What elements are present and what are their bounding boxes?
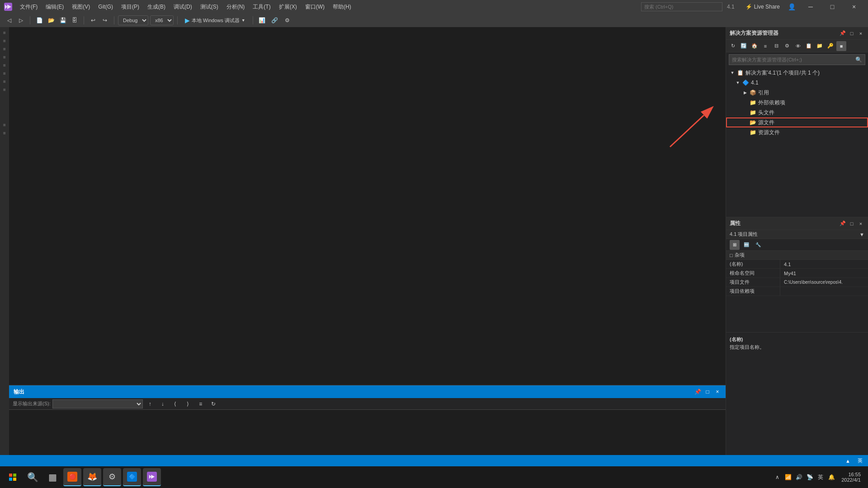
home-button[interactable]: 🏠 [750, 41, 760, 51]
save-button[interactable]: 💾 [57, 15, 68, 26]
sidebar-icon-8[interactable]: ≡ [1, 86, 8, 93]
prop-pin-button[interactable]: 📌 [839, 220, 846, 227]
tray-volume-icon[interactable]: 🔊 [794, 473, 803, 482]
sidebar-icon-2[interactable]: ≡ [1, 37, 8, 44]
search-input[interactable] [641, 2, 722, 11]
platform-select[interactable]: x86 [150, 15, 174, 25]
save-all-button[interactable]: 🗄 [69, 15, 80, 26]
menu-file[interactable]: 文件(F) [16, 2, 41, 12]
properties-button[interactable]: ⚙ [782, 41, 792, 51]
task-view-icon[interactable]: ▦ [43, 468, 61, 486]
settings-icon[interactable]: ⚙ [282, 15, 293, 26]
attach-button[interactable]: 🔗 [269, 15, 280, 26]
sidebar-icon-3[interactable]: ≡ [1, 45, 8, 52]
sidebar-icon-4[interactable]: ≡ [1, 53, 8, 61]
maximize-button[interactable]: □ [822, 0, 843, 14]
prop-row-deps: 项目依赖项 [726, 287, 868, 296]
tray-up-arrow[interactable]: ∧ [773, 473, 782, 482]
sidebar-icon-1[interactable]: ≡ [1, 29, 8, 36]
solution-search-bar[interactable]: 🔍 [729, 54, 865, 65]
menu-analyze[interactable]: 分析(N) [223, 2, 249, 12]
status-lang-label[interactable]: 英 [856, 457, 864, 464]
tray-lang-icon[interactable]: 英 [816, 473, 825, 482]
toolbar-settings-icon[interactable]: 🔑 [826, 41, 835, 51]
pin-button[interactable]: 📌 [839, 30, 846, 37]
run-button[interactable]: ▶ 本地 Windows 调试器 ▼ [181, 15, 249, 25]
sidebar-icon-6[interactable]: ≡ [1, 70, 8, 77]
project-item[interactable]: ▼ 🔷 4.1 [726, 78, 868, 88]
sidebar-icon-5[interactable]: ≡ [1, 61, 8, 69]
prop-close-button[interactable]: × [857, 220, 864, 227]
taskbar-app-2[interactable]: 🦊 [83, 468, 101, 486]
new-project-button[interactable]: 📄 [34, 15, 45, 26]
performance-profiler-button[interactable]: 📊 [257, 15, 268, 26]
open-folder-button[interactable]: 📁 [815, 41, 825, 51]
output-maximize-button[interactable]: □ [704, 388, 711, 395]
close-button[interactable]: × [844, 0, 864, 14]
output-list-button[interactable]: ≡ [195, 399, 206, 409]
panel-close-button[interactable]: × [857, 30, 864, 37]
status-warning-icon[interactable]: ▲ [844, 458, 852, 464]
back-button[interactable]: ◁ [4, 15, 14, 26]
output-pin-button[interactable]: 📌 [694, 388, 701, 395]
taskbar-app-3[interactable]: ⚙ [103, 468, 121, 486]
refresh-button[interactable]: 🔄 [739, 41, 749, 51]
taskbar-app-1[interactable]: 🔴 [63, 468, 81, 486]
references-item[interactable]: ▶ 📦 引用 [726, 88, 868, 98]
start-button[interactable] [4, 468, 22, 486]
menu-help[interactable]: 帮助(H) [329, 2, 355, 12]
collapse-button[interactable]: ⊟ [771, 41, 781, 51]
sync-button[interactable]: ↻ [728, 41, 738, 51]
redo-button[interactable]: ↪ [99, 15, 110, 26]
open-button[interactable]: 📂 [46, 15, 57, 26]
solution-root-item[interactable]: ▼ 📋 解决方案'4.1'(1 个项目/共 1 个) [726, 68, 868, 78]
menu-build[interactable]: 生成(B) [144, 2, 169, 12]
menu-project[interactable]: 项目(P) [118, 2, 143, 12]
prop-dropdown-icon[interactable]: ▼ [859, 232, 864, 237]
menu-debug[interactable]: 调试(D) [170, 2, 196, 12]
panel-maximize-button[interactable]: □ [848, 30, 855, 37]
source-files-item[interactable]: 📂 源文件 [726, 117, 868, 127]
solution-search-input[interactable] [732, 57, 855, 62]
external-deps-item[interactable]: 📁 外部依赖项 [726, 98, 868, 108]
sidebar-icon-9[interactable]: ≡ [1, 121, 8, 128]
header-files-item[interactable]: 📁 头文件 [726, 108, 868, 117]
output-prev-button[interactable]: ⟨ [170, 399, 181, 409]
show-all-button[interactable]: 📋 [804, 41, 814, 51]
search-taskbar-icon[interactable]: 🔍 [24, 468, 42, 486]
taskbar-app-vs[interactable] [143, 468, 161, 486]
output-next-button[interactable]: ⟩ [183, 399, 193, 409]
sidebar-icon-7[interactable]: ≡ [1, 78, 8, 85]
prop-sort-icon[interactable]: 🔤 [741, 240, 751, 250]
prop-custom-icon[interactable]: 🔧 [753, 240, 763, 250]
menu-extensions[interactable]: 扩展(X) [275, 2, 301, 12]
output-close-button[interactable]: × [714, 388, 721, 395]
resource-files-item[interactable]: 📁 资源文件 [726, 127, 868, 137]
undo-button[interactable]: ↩ [88, 15, 99, 26]
menu-view[interactable]: 视图(V) [68, 2, 94, 12]
live-share-button[interactable]: ⚡ Live Share [742, 3, 783, 11]
preview-button[interactable]: 👁 [793, 41, 803, 51]
taskbar-clock[interactable]: 16:55 2022/4/1 [838, 472, 864, 483]
output-reload-button[interactable]: ↻ [208, 399, 219, 409]
minimize-button[interactable]: ─ [800, 0, 821, 14]
taskbar-app-4[interactable]: 🔷 [123, 468, 141, 486]
tray-network-icon[interactable]: 📶 [783, 473, 793, 482]
tray-wifi-icon[interactable]: 📡 [805, 473, 814, 482]
output-source-select[interactable] [52, 399, 143, 408]
debug-mode-select[interactable]: Debug [118, 15, 148, 25]
output-down-button[interactable]: ↓ [157, 399, 168, 409]
filter-button[interactable]: ≡ [760, 41, 770, 51]
toolbar-extra-button[interactable]: ■ [836, 41, 846, 51]
prop-grid-icon[interactable]: ⊞ [730, 240, 740, 250]
forward-button[interactable]: ▷ [15, 15, 26, 26]
sidebar-icon-10[interactable]: ≡ [1, 129, 8, 136]
prop-maximize-button[interactable]: □ [848, 220, 855, 227]
tray-notification-icon[interactable]: 🔔 [827, 473, 836, 482]
menu-window[interactable]: 窗口(W) [302, 2, 328, 12]
menu-edit[interactable]: 编辑(E) [42, 2, 67, 12]
menu-tools[interactable]: 工具(T) [249, 2, 274, 12]
output-up-button[interactable]: ↑ [145, 399, 156, 409]
menu-git[interactable]: Git(G) [94, 3, 117, 11]
menu-test[interactable]: 测试(S) [197, 2, 222, 12]
